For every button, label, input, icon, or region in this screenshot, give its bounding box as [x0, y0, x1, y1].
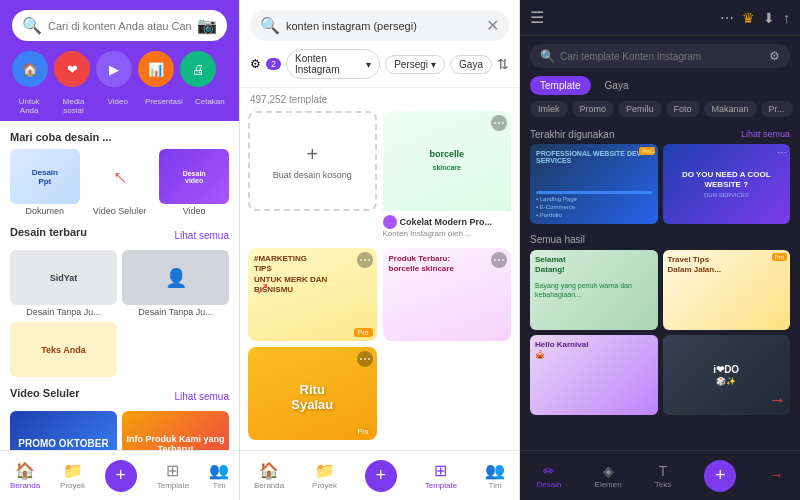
panel3-header: ☰ ⋯ ♛ ⬇ ↑ — [520, 0, 800, 36]
quick-actions-row: 🏠 ❤ ▶ 📊 🖨 — [12, 51, 227, 97]
label-media-sosial: Media sosial — [56, 97, 90, 115]
home-action-social[interactable]: ❤ — [54, 51, 90, 87]
panel-search: 🔍 ✕ ⚙ 2 Konten Instagram ▾ Persegi ▾ Gay… — [240, 0, 520, 500]
template-card-borcelle[interactable]: Produk Terbaru:borcelle skincare ⋯ Cokel… — [383, 248, 512, 341]
p3-filter-icon[interactable]: ⚙ — [769, 49, 780, 63]
p2-search-input[interactable] — [286, 20, 480, 32]
panel3-scroll-area: Terakhir digunakan Lihat semua PROFESSIO… — [520, 125, 800, 450]
video-item-2[interactable]: Info Produk Kami yang Terbaru! — [122, 411, 229, 450]
panel1-bottom-nav: 🏠 Beranda 📁 Proyek + ⊞ Template 👥 Tim — [0, 450, 239, 500]
dots-icon[interactable]: ⋯ — [720, 10, 734, 26]
result-pro-badge: Pro — [772, 253, 787, 261]
try-design-grid: DesainPpt Dokumen ↑ Video Seluler Desain… — [10, 149, 229, 216]
chip-foto[interactable]: Foto — [666, 101, 700, 117]
pro-badge-2: Pro — [354, 427, 373, 436]
p2-tab-tim[interactable]: 👥 Tim — [485, 461, 505, 490]
home-action-video[interactable]: ▶ — [96, 51, 132, 87]
recent-designs-grid: SidYat Desain Tanpa Ju... 👤 Desain Tanpa… — [10, 250, 229, 377]
recent-item-1[interactable]: SidYat Desain Tanpa Ju... — [10, 250, 117, 317]
p3-search-icon: 🔍 — [540, 49, 555, 63]
recent-see-all[interactable]: Lihat semua — [175, 230, 229, 241]
panel-template: ☰ ⋯ ♛ ⬇ ↑ 🔍 ⚙ Template Gaya Imlek Promo … — [520, 0, 800, 500]
p1-tab-tim[interactable]: 👥 Tim — [209, 461, 229, 490]
recent-card-menu-2[interactable]: ⋯ — [777, 147, 787, 158]
sort-icon[interactable]: ⇅ — [497, 56, 509, 72]
p3-tab-more[interactable]: → — [769, 467, 783, 484]
home-action-presentation[interactable]: 📊 — [138, 51, 174, 87]
results-grid: SelamatDatang! Bayang yang penuh warna d… — [520, 250, 800, 423]
chip-promo[interactable]: Promo — [572, 101, 615, 117]
recent-card-website[interactable]: DO YOU NEED A COOL WEBSITE ? OUR SERVICE… — [663, 144, 791, 224]
card-menu-dots-2[interactable]: ⋯ — [357, 252, 373, 268]
template-card-marketing[interactable]: #MARKETINGTIPSUNTUK MERK DANBISNISMU Pro… — [248, 248, 377, 341]
recent-item-2[interactable]: 👤 Desain Tanpa Ju... — [122, 250, 229, 317]
panel2-search-bar[interactable]: 🔍 ✕ — [250, 10, 509, 41]
dokumen-label: Dokumen — [10, 206, 80, 216]
chip-pemilu[interactable]: Pemilu — [618, 101, 662, 117]
p3-see-all[interactable]: Lihat semua — [741, 129, 790, 140]
result-card-1[interactable]: SelamatDatang! Bayang yang penuh warna d… — [530, 250, 658, 330]
video-seluler-label: Video Seluler — [85, 206, 155, 216]
p1-tab-beranda[interactable]: 🏠 Beranda — [10, 461, 40, 490]
recent-card-menu[interactable]: ⋯ — [645, 147, 655, 158]
template-card-kuning[interactable]: RituSyalau Pro ⋯ — [248, 347, 377, 440]
hamburger-icon[interactable]: ☰ — [530, 8, 544, 27]
video-section-title: Video Seluler — [10, 387, 80, 399]
crown-icon[interactable]: ♛ — [742, 10, 755, 26]
recent-header: Desain terbaru Lihat semua — [10, 226, 229, 244]
recent-item-3[interactable]: Teks Anda — [10, 322, 117, 377]
home-search-input[interactable] — [48, 20, 191, 32]
template-card-skincare[interactable]: borcelleskincare ⋯ Cokelat Modern Pro...… — [383, 111, 512, 242]
p1-tab-template[interactable]: ⊞ Template — [157, 461, 189, 490]
persegi-filter[interactable]: Persegi ▾ — [385, 55, 445, 74]
result-card-2[interactable]: Travel TipsDalam Jalan... Pro — [663, 250, 791, 330]
p3-search-input[interactable] — [560, 51, 764, 62]
p3-tab-desain[interactable]: ✏ Desain — [537, 463, 562, 489]
share-icon[interactable]: ↑ — [783, 10, 790, 26]
video-item-1[interactable]: PROMO OKTOBER — [10, 411, 117, 450]
gaya-filter[interactable]: Gaya — [450, 55, 492, 74]
card-menu-dots[interactable]: ⋯ — [491, 115, 507, 131]
recent-title: Desain terbaru — [10, 226, 87, 238]
konten-filter[interactable]: Konten Instagram ▾ — [286, 49, 380, 79]
home-search-bar[interactable]: 🔍 📷 — [12, 10, 227, 41]
design-item-dokumen[interactable]: DesainPpt Dokumen — [10, 149, 80, 216]
panel3-search-bar[interactable]: 🔍 ⚙ — [530, 44, 790, 68]
p2-add-button[interactable]: + — [365, 460, 397, 492]
p3-tab-gaya[interactable]: Gaya — [595, 76, 639, 95]
video-grid: PROMO OKTOBER Info Produk Kami yang Terb… — [10, 411, 229, 450]
filter-chips-row: Imlek Promo Pemilu Foto Makanan Pr... — [520, 101, 800, 117]
p3-tab-elemen[interactable]: ◈ Elemen — [595, 463, 622, 489]
video-header: Video Seluler Lihat semua — [10, 387, 229, 405]
p3-add-button[interactable]: + — [704, 460, 736, 492]
p2-tab-template[interactable]: ⊞ Template — [425, 461, 457, 490]
design-item-video[interactable]: Desainvideo Video — [159, 149, 229, 216]
create-blank-card[interactable]: + Buat desain kosong — [248, 111, 377, 211]
p3-tab-template[interactable]: Template — [530, 76, 591, 95]
card-avatar — [383, 215, 397, 229]
chip-makanan[interactable]: Makanan — [704, 101, 757, 117]
p1-tab-proyek[interactable]: 📁 Proyek — [60, 461, 85, 490]
design-item-video-seluler[interactable]: ↑ Video Seluler — [85, 149, 155, 216]
home-action-home[interactable]: 🏠 — [12, 51, 48, 87]
result-card-4[interactable]: i❤DO🎲✨ → — [663, 335, 791, 415]
video-see-all[interactable]: Lihat semua — [175, 391, 229, 402]
p2-clear-icon[interactable]: ✕ — [486, 16, 499, 35]
red-arrow-icon: ↑ — [106, 163, 132, 189]
result-card-3[interactable]: Hello Karnival🎪 — [530, 335, 658, 415]
chip-more[interactable]: Pr... — [761, 101, 793, 117]
recent-card-professional[interactable]: PROFESSIONAL WEBSITE DEV SERVICES • Land… — [530, 144, 658, 224]
download-icon[interactable]: ⬇ — [763, 10, 775, 26]
card-title-1: Cokelat Modern Pro... — [400, 217, 493, 227]
search-icon: 🔍 — [22, 16, 42, 35]
section-try-title: Mari coba desain ... — [10, 131, 229, 143]
card-menu-dots-3[interactable]: ⋯ — [491, 252, 507, 268]
card-menu-dots-4[interactable]: ⋯ — [357, 351, 373, 367]
chip-imlek[interactable]: Imlek — [530, 101, 568, 117]
p3-tab-teks[interactable]: T Teks — [655, 463, 671, 489]
p2-tab-beranda[interactable]: 🏠 Beranda — [254, 461, 284, 490]
p2-tab-proyek[interactable]: 📁 Proyek — [312, 461, 337, 490]
p1-add-button[interactable]: + — [105, 460, 137, 492]
home-action-print[interactable]: 🖨 — [180, 51, 216, 87]
header-icons: ⋯ ♛ ⬇ ↑ — [720, 10, 790, 26]
